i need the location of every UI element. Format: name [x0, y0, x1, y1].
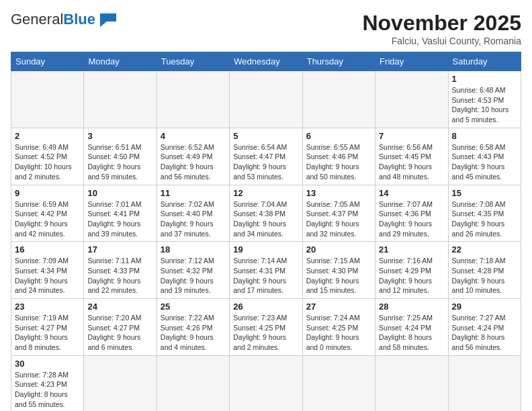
header: General Blue November 2025 Falciu, Vaslu… — [11, 11, 521, 46]
day-number: 30 — [15, 359, 80, 369]
calendar-cell — [375, 71, 448, 128]
calendar-cell: 29Sunrise: 7:27 AM Sunset: 4:24 PM Dayli… — [448, 299, 521, 356]
calendar-cell: 2Sunrise: 6:49 AM Sunset: 4:52 PM Daylig… — [11, 128, 84, 185]
weekday-header-friday: Friday — [375, 52, 448, 71]
day-info: Sunrise: 7:14 AM Sunset: 4:31 PM Dayligh… — [233, 256, 298, 295]
day-info: Sunrise: 7:04 AM Sunset: 4:38 PM Dayligh… — [233, 199, 298, 239]
week-row-2: 2Sunrise: 6:49 AM Sunset: 4:52 PM Daylig… — [11, 128, 521, 185]
weekday-header-tuesday: Tuesday — [157, 52, 229, 71]
calendar-cell: 24Sunrise: 7:20 AM Sunset: 4:27 PM Dayli… — [84, 299, 157, 356]
day-number: 5 — [233, 131, 298, 141]
calendar-cell: 21Sunrise: 7:16 AM Sunset: 4:29 PM Dayli… — [375, 242, 448, 299]
calendar-cell — [448, 355, 521, 411]
calendar-cell: 13Sunrise: 7:05 AM Sunset: 4:37 PM Dayli… — [302, 185, 375, 242]
day-number: 4 — [161, 131, 226, 141]
day-info: Sunrise: 6:59 AM Sunset: 4:42 PM Dayligh… — [15, 199, 80, 239]
calendar-cell: 5Sunrise: 6:54 AM Sunset: 4:47 PM Daylig… — [230, 128, 302, 185]
day-number: 26 — [233, 302, 298, 312]
calendar-cell: 8Sunrise: 6:58 AM Sunset: 4:43 PM Daylig… — [448, 128, 521, 185]
day-info: Sunrise: 7:11 AM Sunset: 4:33 PM Dayligh… — [87, 256, 152, 295]
calendar-cell: 16Sunrise: 7:09 AM Sunset: 4:34 PM Dayli… — [11, 242, 84, 299]
calendar-cell: 27Sunrise: 7:24 AM Sunset: 4:25 PM Dayli… — [302, 299, 375, 356]
day-number: 18 — [161, 244, 226, 255]
day-info: Sunrise: 7:09 AM Sunset: 4:34 PM Dayligh… — [15, 256, 80, 295]
day-number: 20 — [306, 244, 371, 255]
day-number: 10 — [87, 188, 152, 198]
calendar-cell: 3Sunrise: 6:51 AM Sunset: 4:50 PM Daylig… — [84, 128, 157, 185]
day-number: 15 — [452, 188, 517, 198]
calendar-cell — [375, 355, 448, 411]
subtitle: Falciu, Vaslui County, Romania — [362, 36, 521, 46]
day-info: Sunrise: 6:58 AM Sunset: 4:43 PM Dayligh… — [452, 142, 517, 182]
calendar-cell: 20Sunrise: 7:15 AM Sunset: 4:30 PM Dayli… — [302, 242, 375, 299]
day-number: 25 — [161, 302, 226, 312]
day-number: 22 — [452, 244, 517, 255]
logo-icon — [97, 12, 116, 27]
calendar: SundayMondayTuesdayWednesdayThursdayFrid… — [11, 52, 521, 411]
day-number: 16 — [15, 244, 80, 255]
day-number: 7 — [379, 131, 444, 141]
day-number: 28 — [379, 302, 444, 312]
calendar-cell — [84, 71, 157, 128]
calendar-cell: 4Sunrise: 6:52 AM Sunset: 4:49 PM Daylig… — [157, 128, 229, 185]
calendar-cell: 12Sunrise: 7:04 AM Sunset: 4:38 PM Dayli… — [230, 185, 302, 242]
week-row-4: 16Sunrise: 7:09 AM Sunset: 4:34 PM Dayli… — [11, 242, 521, 299]
day-info: Sunrise: 6:55 AM Sunset: 4:46 PM Dayligh… — [306, 142, 371, 182]
calendar-cell: 10Sunrise: 7:01 AM Sunset: 4:41 PM Dayli… — [84, 185, 157, 242]
day-number: 1 — [452, 74, 517, 84]
day-number: 9 — [15, 188, 80, 198]
week-row-1: 1Sunrise: 6:48 AM Sunset: 4:53 PM Daylig… — [11, 71, 521, 128]
weekday-header-monday: Monday — [84, 52, 157, 71]
logo: General Blue — [11, 11, 116, 28]
calendar-cell — [302, 355, 375, 411]
day-info: Sunrise: 6:54 AM Sunset: 4:47 PM Dayligh… — [233, 142, 298, 182]
calendar-cell: 22Sunrise: 7:18 AM Sunset: 4:28 PM Dayli… — [448, 242, 521, 299]
week-row-3: 9Sunrise: 6:59 AM Sunset: 4:42 PM Daylig… — [11, 185, 521, 242]
calendar-cell — [230, 71, 302, 128]
week-row-6: 30Sunrise: 7:28 AM Sunset: 4:23 PM Dayli… — [11, 355, 521, 411]
weekday-header-saturday: Saturday — [448, 52, 521, 71]
calendar-cell: 11Sunrise: 7:02 AM Sunset: 4:40 PM Dayli… — [157, 185, 229, 242]
day-number: 23 — [15, 302, 80, 312]
day-number: 21 — [379, 244, 444, 255]
day-info: Sunrise: 7:02 AM Sunset: 4:40 PM Dayligh… — [161, 199, 226, 239]
day-info: Sunrise: 7:25 AM Sunset: 4:24 PM Dayligh… — [379, 313, 444, 353]
calendar-cell: 9Sunrise: 6:59 AM Sunset: 4:42 PM Daylig… — [11, 185, 84, 242]
day-info: Sunrise: 7:24 AM Sunset: 4:25 PM Dayligh… — [306, 313, 371, 353]
day-number: 27 — [306, 302, 371, 312]
calendar-cell: 6Sunrise: 6:55 AM Sunset: 4:46 PM Daylig… — [302, 128, 375, 185]
calendar-cell — [302, 71, 375, 128]
calendar-cell: 23Sunrise: 7:19 AM Sunset: 4:27 PM Dayli… — [11, 299, 84, 356]
weekday-header-thursday: Thursday — [302, 52, 375, 71]
day-number: 29 — [452, 302, 517, 312]
day-number: 12 — [233, 188, 298, 198]
day-number: 19 — [233, 244, 298, 255]
weekday-header-row: SundayMondayTuesdayWednesdayThursdayFrid… — [11, 52, 521, 71]
calendar-cell: 26Sunrise: 7:23 AM Sunset: 4:25 PM Dayli… — [230, 299, 302, 356]
day-info: Sunrise: 6:48 AM Sunset: 4:53 PM Dayligh… — [452, 85, 517, 125]
day-number: 6 — [306, 131, 371, 141]
calendar-cell: 25Sunrise: 7:22 AM Sunset: 4:26 PM Dayli… — [157, 299, 229, 356]
week-row-5: 23Sunrise: 7:19 AM Sunset: 4:27 PM Dayli… — [11, 299, 521, 356]
calendar-cell — [157, 355, 229, 411]
day-info: Sunrise: 7:28 AM Sunset: 4:23 PM Dayligh… — [15, 370, 80, 410]
calendar-cell — [84, 355, 157, 411]
title-area: November 2025 Falciu, Vaslui County, Rom… — [362, 11, 521, 46]
logo-blue-text: Blue — [63, 11, 95, 28]
day-info: Sunrise: 7:16 AM Sunset: 4:29 PM Dayligh… — [379, 256, 444, 295]
day-info: Sunrise: 7:27 AM Sunset: 4:24 PM Dayligh… — [452, 313, 517, 353]
day-number: 24 — [87, 302, 152, 312]
day-info: Sunrise: 6:56 AM Sunset: 4:45 PM Dayligh… — [379, 142, 444, 182]
day-number: 14 — [379, 188, 444, 198]
weekday-header-sunday: Sunday — [11, 52, 84, 71]
weekday-header-wednesday: Wednesday — [230, 52, 302, 71]
day-info: Sunrise: 7:15 AM Sunset: 4:30 PM Dayligh… — [306, 256, 371, 295]
calendar-cell: 19Sunrise: 7:14 AM Sunset: 4:31 PM Dayli… — [230, 242, 302, 299]
day-info: Sunrise: 7:18 AM Sunset: 4:28 PM Dayligh… — [452, 256, 517, 295]
day-number: 13 — [306, 188, 371, 198]
calendar-cell: 30Sunrise: 7:28 AM Sunset: 4:23 PM Dayli… — [11, 355, 84, 411]
calendar-cell: 18Sunrise: 7:12 AM Sunset: 4:32 PM Dayli… — [157, 242, 229, 299]
day-info: Sunrise: 6:49 AM Sunset: 4:52 PM Dayligh… — [15, 142, 80, 182]
day-info: Sunrise: 6:51 AM Sunset: 4:50 PM Dayligh… — [87, 142, 152, 182]
day-number: 11 — [161, 188, 226, 198]
